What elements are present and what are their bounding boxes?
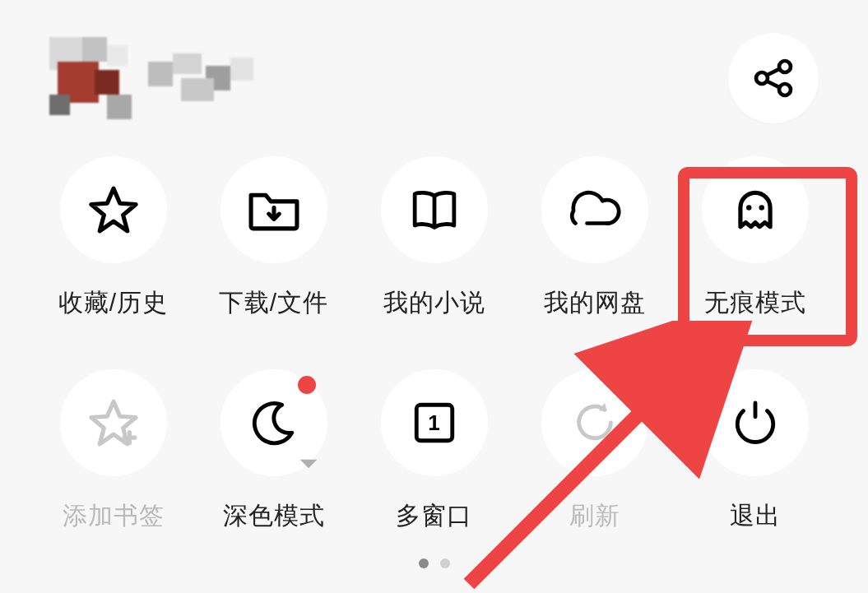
menu-item-refresh: 刷新: [514, 369, 675, 533]
svg-point-0: [756, 72, 768, 84]
notification-dot: [298, 376, 316, 394]
menu-item-label: 我的小说: [383, 286, 485, 320]
menu-item-incognito-mode[interactable]: 无痕模式: [675, 156, 835, 320]
icon-circle: [60, 156, 167, 263]
header-bar: [0, 0, 868, 140]
icon-circle: 1: [381, 369, 488, 476]
menu-item-dark-mode[interactable]: 深色模式: [193, 369, 354, 533]
svg-line-3: [767, 68, 780, 75]
username: [148, 53, 263, 103]
chevron-down-icon[interactable]: [298, 456, 319, 471]
svg-point-2: [779, 84, 791, 95]
menu-item-label: 刷新: [569, 499, 620, 533]
menu-grid: 收藏/历史 下载/文件 我的小说: [0, 140, 868, 533]
menu-item-multi-window[interactable]: 1 多窗口: [354, 369, 514, 533]
menu-item-label: 收藏/历史: [58, 286, 168, 320]
menu-item-label: 深色模式: [223, 499, 325, 533]
page-dot-active: [419, 558, 429, 568]
star-icon: [88, 184, 139, 235]
icon-circle: [220, 369, 327, 476]
page-indicator: [0, 558, 868, 568]
icon-circle: [702, 156, 809, 263]
profile-area[interactable]: [49, 37, 263, 119]
page-dot: [440, 558, 450, 568]
star-add-icon: [88, 397, 139, 448]
cloud-icon: [568, 189, 622, 230]
icon-circle: [541, 369, 648, 476]
menu-item-add-bookmark: 添加书签: [33, 369, 193, 533]
moon-icon: [250, 399, 298, 447]
icon-circle: [381, 156, 488, 263]
menu-item-label: 多窗口: [396, 499, 472, 533]
power-icon: [731, 399, 779, 447]
svg-point-6: [746, 205, 751, 210]
svg-point-7: [759, 205, 764, 210]
icon-circle: [60, 369, 167, 476]
ghost-icon: [730, 184, 781, 235]
icon-circle: [702, 369, 809, 476]
menu-item-label: 添加书签: [63, 499, 165, 533]
menu-item-my-novels[interactable]: 我的小说: [354, 156, 514, 320]
menu-item-exit[interactable]: 退出: [675, 369, 835, 533]
book-icon: [409, 188, 460, 232]
menu-item-label: 无痕模式: [704, 286, 806, 320]
menu-item-favorites-history[interactable]: 收藏/历史: [33, 156, 193, 320]
window-icon: 1: [411, 399, 458, 447]
svg-line-4: [767, 81, 780, 88]
icon-circle: [541, 156, 648, 263]
svg-point-1: [779, 61, 791, 72]
menu-item-label: 下载/文件: [219, 286, 328, 320]
menu-item-label: 退出: [730, 499, 781, 533]
download-folder-icon: [247, 186, 301, 234]
share-icon: [750, 55, 796, 101]
refresh-icon: [571, 399, 619, 447]
menu-item-my-cloud[interactable]: 我的网盘: [514, 156, 675, 320]
menu-item-download-files[interactable]: 下载/文件: [193, 156, 354, 320]
share-button[interactable]: [728, 33, 819, 123]
icon-circle: [220, 156, 327, 263]
menu-item-label: 我的网盘: [544, 286, 646, 320]
avatar[interactable]: [49, 37, 132, 119]
window-count: 1: [411, 399, 458, 447]
